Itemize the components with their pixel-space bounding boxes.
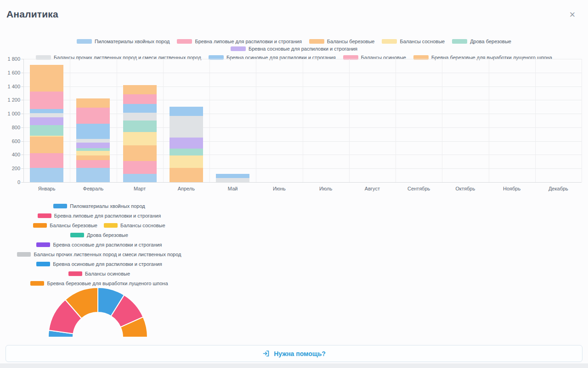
legend-label: Бревна березовые для выработки лущеного … [47,281,168,286]
donut-legend-item[interactable]: Дрова березовые [70,232,128,238]
x-axis-tick-label: Март [117,186,163,191]
help-button[interactable]: Нужна помощь? [6,345,582,362]
legend-label: Пиломатериалы хвойных пород [70,203,145,209]
legend-swatch-icon [452,39,467,44]
donut-legend-item[interactable]: Балансы сосновые [104,223,165,228]
bar-legend-item[interactable]: Пиломатериалы хвойных пород [77,39,170,44]
bar-legend-item[interactable]: Бревна сосновые для распиловки и строган… [231,46,357,52]
bar-legend-item[interactable]: Балансы сосновые [382,39,445,44]
bar-segment[interactable] [30,117,63,126]
donut-legend-item[interactable]: Балансы березовые [33,223,97,228]
bar-segment[interactable] [30,109,63,113]
y-axis-tick-label: 1 600 [0,70,20,75]
donut-legend-row: Балансы прочих лиственных пород и смеси … [0,252,198,257]
y-axis-tick-label: 600 [0,138,20,144]
y-axis-tick-label: 200 [0,166,20,171]
bar-legend-item[interactable]: Дрова березовые [452,39,511,44]
legend-swatch-icon [17,252,31,257]
x-axis-tick-label: Ноябрь [489,186,535,191]
bar-segment[interactable] [170,168,203,182]
bar-segment[interactable] [123,145,157,161]
donut-legend-row: Балансы осиновые [0,271,198,276]
bar-segment[interactable] [170,149,203,155]
page-title: Аналитика [6,9,58,20]
bar-segment[interactable] [30,113,63,117]
y-axis-tick-label: 800 [0,125,20,130]
legend-swatch-icon [38,213,51,218]
bar-segment[interactable] [76,139,110,143]
bar-segment[interactable] [76,108,110,124]
x-axis-tick-label: Январь [23,186,70,191]
donut-legend-item[interactable]: Бревна березовые для выработки лущеного … [30,281,168,286]
legend-label: Балансы осиновые [85,271,130,276]
bar-legend-item[interactable]: Балансы березовые [309,39,375,44]
legend-label: Бревна сосновые для распиловки и строган… [249,46,357,52]
bar-segment[interactable] [76,148,110,150]
bar-segment[interactable] [170,155,203,168]
bar-segment[interactable] [76,124,110,139]
legend-label: Дрова березовые [87,232,128,238]
bar-segment[interactable] [30,137,63,153]
legend-swatch-icon [70,233,84,237]
x-axis-tick-label: Апрель [163,186,209,191]
bar-segment[interactable] [76,151,110,155]
donut-legend-item[interactable]: Балансы осиновые [68,271,130,276]
donut-legend-row: Дрова березовые [0,232,198,238]
legend-label: Бревна липовые для распиловки и строгани… [54,213,161,218]
bar-segment[interactable] [123,121,157,132]
x-axis-line [23,182,582,183]
bar-segment[interactable] [76,160,110,168]
bar-segment[interactable] [123,94,157,104]
bar-segment[interactable] [30,92,63,109]
bar-segment[interactable] [76,168,110,182]
gridline-vertical [582,59,582,182]
bar-segment[interactable] [170,116,203,138]
y-axis-tick-label: 1 400 [0,84,20,89]
bar-segment[interactable] [123,174,157,182]
bar-segment[interactable] [123,113,157,121]
legend-swatch-icon [231,46,246,51]
bar-segment[interactable] [216,174,249,178]
legend-swatch-icon [382,39,397,44]
x-axis-tick-label: Февраль [70,186,116,191]
analytics-modal: Аналитика × Пиломатериалы хвойных породБ… [0,0,588,363]
legend-label: Бревна липовые для распиловки и строгани… [195,39,301,44]
donut-legend-item[interactable]: Бревна сосновые для распиловки и строган… [36,242,162,247]
bar-legend-item[interactable]: Бревна липовые для распиловки и строгани… [177,39,301,44]
close-icon: × [570,9,576,20]
bar-segment[interactable] [30,125,63,135]
bar-segment[interactable] [216,178,249,182]
bar-segment[interactable] [123,161,157,174]
bar-segment[interactable] [76,143,110,148]
bar-chart-legend: Пиломатериалы хвойных породБревна липовы… [14,39,574,60]
legend-label: Балансы сосновые [120,223,165,228]
legend-swatch-icon [68,271,82,276]
bar-segment[interactable] [30,136,63,137]
donut-legend-item[interactable]: Бревна липовые для распиловки и строгани… [38,213,161,218]
legend-label: Балансы березовые [50,223,97,228]
donut-legend-item[interactable]: Бревна осиновые для распиловки и строган… [36,261,162,267]
legend-label: Дрова березовые [470,39,511,44]
donut-legend-item[interactable]: Пиломатериалы хвойных пород [53,203,145,209]
legend-swatch-icon [30,281,44,286]
gridline-vertical [70,59,70,182]
bar-legend-row: Пиломатериалы хвойных породБревна липовы… [14,39,574,52]
legend-swatch-icon [36,242,50,247]
bar-segment[interactable] [30,168,63,182]
close-button[interactable]: × [566,8,579,21]
legend-label: Бревна осиновые для распиловки и строган… [53,261,162,267]
bar-segment[interactable] [170,138,203,149]
bar-segment[interactable] [30,65,63,92]
legend-swatch-icon [177,39,192,44]
bar-segment[interactable] [123,104,157,113]
bar-segment[interactable] [76,155,110,160]
bar-segment[interactable] [170,107,203,115]
bar-segment[interactable] [30,153,63,168]
bar-segment[interactable] [76,98,110,108]
bar-segment[interactable] [123,132,157,145]
donut-legend-item[interactable]: Балансы прочих лиственных пород и смеси … [17,252,181,257]
donut-legend-row: Пиломатериалы хвойных пород [0,203,198,209]
gridline-vertical [535,59,536,182]
bar-segment[interactable] [123,85,157,94]
legend-swatch-icon [53,204,67,208]
